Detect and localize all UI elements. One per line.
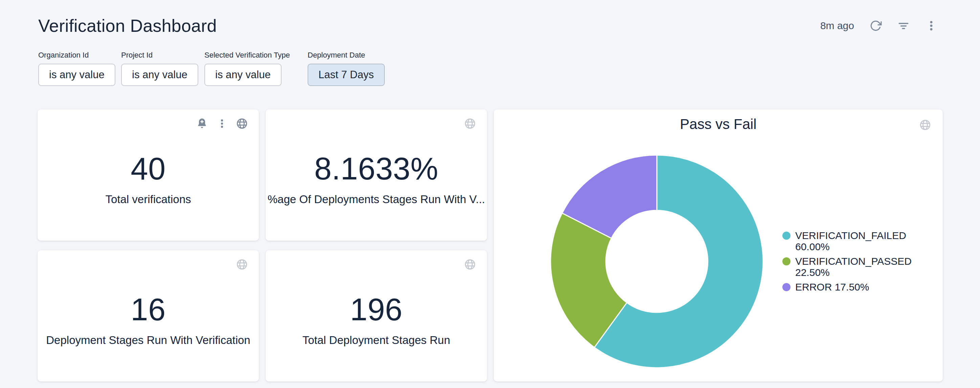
filter-label: Selected Verification Type xyxy=(204,51,290,59)
tile-actions xyxy=(464,118,476,130)
kpi-card-total-stages-run: 196 Total Deployment Stages Run xyxy=(266,250,487,382)
legend-label: ERROR 17.50% xyxy=(795,281,869,292)
filter-selected-verification-type: Selected Verification Type is any value xyxy=(204,51,290,86)
tile-actions xyxy=(919,119,931,131)
kpi-value: 196 xyxy=(266,292,487,327)
alert-bell-plus-icon[interactable] xyxy=(196,118,208,130)
filter-project-id: Project Id is any value xyxy=(121,51,198,86)
dashboard-filters-icon[interactable] xyxy=(897,20,910,32)
globe-icon[interactable] xyxy=(464,258,476,270)
filter-bar: Organization Id is any value Project Id … xyxy=(38,51,512,95)
legend-item-verification_passed[interactable]: VERIFICATION_PASSED 22.50% xyxy=(783,255,921,278)
kpi-label: %age Of Deployments Stages Run With V... xyxy=(266,193,487,206)
kpi-value: 16 xyxy=(38,292,259,327)
legend-label: VERIFICATION_FAILED 60.00% xyxy=(795,230,921,252)
chart-card-pass-vs-fail: Pass vs Fail VERIFICATION_FAILED 60.00%V… xyxy=(494,109,943,382)
kpi-card-total-verifications: 40 Total verifications xyxy=(38,109,259,241)
kpi-label: Total verifications xyxy=(38,193,259,206)
filter-value-organization-id[interactable]: is any value xyxy=(38,64,115,86)
legend-swatch xyxy=(783,232,791,240)
kpi-value: 40 xyxy=(38,151,259,187)
legend-item-error[interactable]: ERROR 17.50% xyxy=(783,281,921,292)
more-menu-icon[interactable] xyxy=(925,20,937,32)
dashboard-header-controls: 8m ago xyxy=(820,20,937,32)
last-refresh-time: 8m ago xyxy=(820,20,854,32)
legend-item-verification_failed[interactable]: VERIFICATION_FAILED 60.00% xyxy=(783,230,921,252)
kpi-label: Total Deployment Stages Run xyxy=(266,334,487,347)
legend-swatch xyxy=(783,283,791,291)
filter-deployment-date: Deployment Date Last 7 Days xyxy=(308,51,385,86)
filter-value-selected-verification-type[interactable]: is any value xyxy=(204,64,282,86)
kpi-card-stages-run-with-verification: 16 Deployment Stages Run With Verificati… xyxy=(38,250,259,382)
page-title: Verification Dashboard xyxy=(38,16,217,36)
tile-actions xyxy=(464,258,476,270)
filter-value-project-id[interactable]: is any value xyxy=(121,64,198,86)
refresh-icon[interactable] xyxy=(870,20,882,32)
globe-icon[interactable] xyxy=(464,118,476,130)
tile-actions xyxy=(236,258,248,270)
legend-label: VERIFICATION_PASSED 22.50% xyxy=(795,255,921,278)
tile-kebab-menu-icon[interactable] xyxy=(217,118,227,129)
donut-chart[interactable] xyxy=(545,150,768,373)
globe-icon[interactable] xyxy=(236,118,248,130)
filter-value-deployment-date[interactable]: Last 7 Days xyxy=(308,64,385,86)
kpi-card-percentage-stages-with-verification: 8.1633% %age Of Deployments Stages Run W… xyxy=(266,109,487,241)
kpi-label: Deployment Stages Run With Verification xyxy=(38,334,259,347)
globe-icon[interactable] xyxy=(236,258,248,270)
globe-icon[interactable] xyxy=(919,119,931,131)
filter-organization-id: Organization Id is any value xyxy=(38,51,115,86)
filter-label: Organization Id xyxy=(38,51,115,59)
chart-legend: VERIFICATION_FAILED 60.00%VERIFICATION_P… xyxy=(783,230,921,296)
filter-label: Project Id xyxy=(121,51,198,59)
chart-title: Pass vs Fail xyxy=(494,116,943,133)
kpi-value: 8.1633% xyxy=(266,151,487,187)
legend-swatch xyxy=(783,257,791,265)
filter-label: Deployment Date xyxy=(308,51,385,59)
tile-actions xyxy=(196,118,248,130)
